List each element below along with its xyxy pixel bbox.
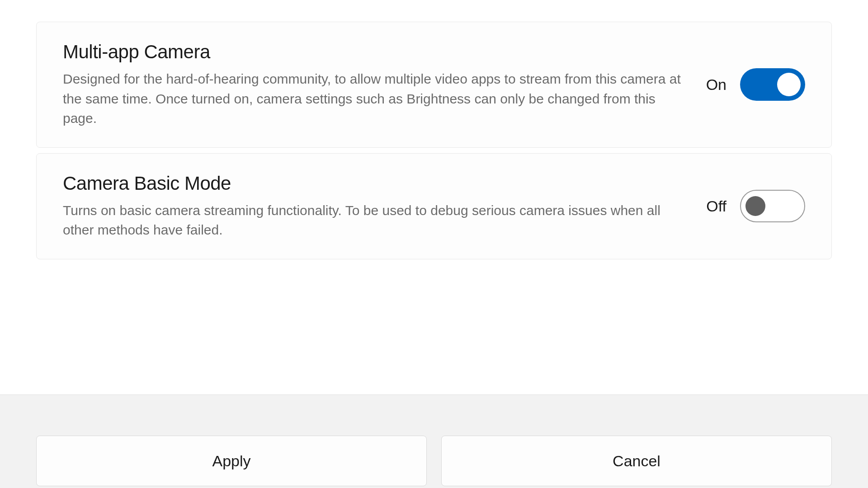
apply-button[interactable]: Apply xyxy=(36,436,427,486)
dialog-footer: Apply Cancel xyxy=(0,394,868,488)
setting-description: Turns on basic camera streaming function… xyxy=(63,201,684,240)
setting-text-block: Camera Basic Mode Turns on basic camera … xyxy=(63,173,684,240)
toggle-state-label: On xyxy=(706,76,726,94)
setting-text-block: Multi-app Camera Designed for the hard-o… xyxy=(63,41,684,128)
toggle-group: Off xyxy=(706,190,805,222)
setting-card-camera-basic-mode: Camera Basic Mode Turns on basic camera … xyxy=(36,153,832,259)
multi-app-camera-toggle[interactable] xyxy=(740,68,805,101)
setting-title: Multi-app Camera xyxy=(63,41,684,63)
settings-content: Multi-app Camera Designed for the hard-o… xyxy=(0,0,868,259)
setting-title: Camera Basic Mode xyxy=(63,173,684,194)
toggle-knob-icon xyxy=(777,73,801,96)
setting-card-multi-app-camera: Multi-app Camera Designed for the hard-o… xyxy=(36,22,832,148)
camera-basic-mode-toggle[interactable] xyxy=(740,190,805,222)
cancel-button[interactable]: Cancel xyxy=(441,436,832,486)
toggle-group: On xyxy=(706,68,805,101)
setting-description: Designed for the hard-of-hearing communi… xyxy=(63,69,684,128)
toggle-state-label: Off xyxy=(706,197,726,215)
toggle-knob-icon xyxy=(745,196,765,216)
